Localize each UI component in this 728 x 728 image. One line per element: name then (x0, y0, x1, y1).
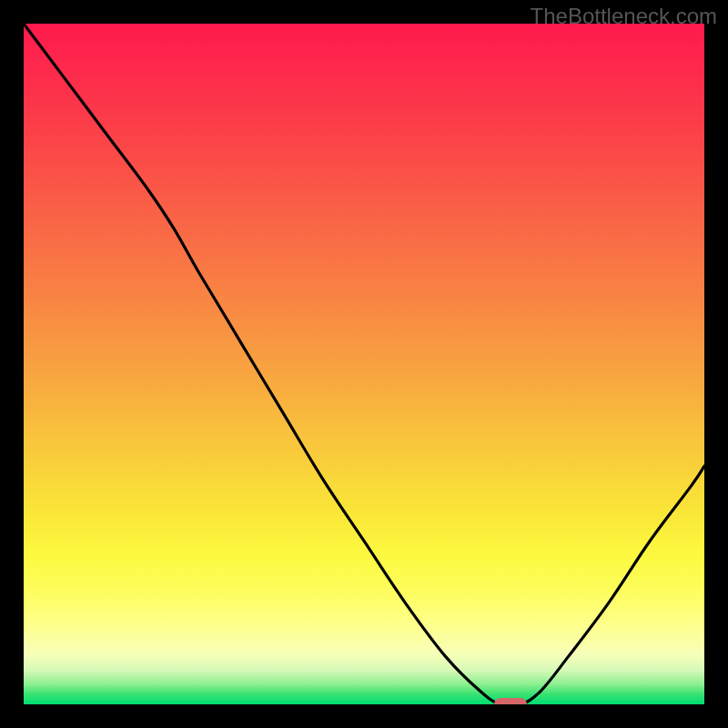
bottleneck-curve (24, 24, 704, 704)
watermark-text: TheBottleneck.com (531, 4, 717, 29)
plot-area (24, 24, 704, 704)
optimal-marker-icon (494, 698, 527, 704)
